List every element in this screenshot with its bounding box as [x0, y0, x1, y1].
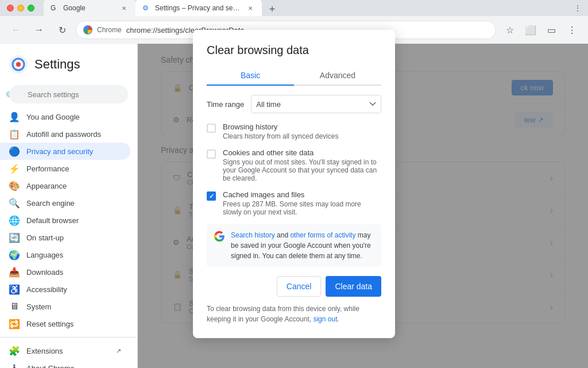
cookies-checkbox[interactable] [207, 150, 216, 159]
browsing-history-sub: Clears history from all synced devices [223, 132, 338, 140]
google-notice-text: Search history and other forms of activi… [231, 230, 374, 261]
modal-tab-advanced[interactable]: Advanced [294, 66, 381, 85]
google-account-notice: Search history and other forms of activi… [207, 224, 381, 267]
clear-data-button[interactable]: Clear data [326, 276, 381, 297]
modal-title: Clear browsing data [207, 44, 381, 57]
browsing-history-checkbox[interactable] [207, 124, 216, 133]
main-content: Safety check 🔒 Chr ck now ⚙ Rev iew ↗ Pr… [138, 44, 588, 368]
checkbox-cookies: Cookies and other site data Signs you ou… [207, 148, 381, 182]
sign-out-link[interactable]: sign out [313, 315, 337, 323]
cached-main: Cached images and files [223, 190, 381, 199]
other-activity-link[interactable]: other forms of activity [290, 231, 355, 239]
settings-body: Settings 👤 You and Google 📋 Autofill and… [0, 44, 588, 368]
checkbox-browsing-history: Browsing history Clears history from all… [207, 122, 381, 140]
footer-text-after: . [337, 315, 339, 323]
cached-checkbox[interactable] [207, 191, 216, 201]
search-history-link[interactable]: Search history [231, 231, 275, 239]
browser-frame: G Google ✕ ⚙ Settings – Privacy and secu… [0, 0, 588, 368]
cookies-label: Cookies and other site data Signs you ou… [223, 148, 381, 182]
modal-tab-bar: Basic Advanced [207, 66, 381, 86]
browsing-history-main: Browsing history [223, 122, 338, 131]
time-range-row: Time range Last hour Last 24 hours Last … [207, 95, 381, 113]
clear-browsing-data-modal: Clear browsing data Basic Advanced Time … [193, 44, 395, 338]
cached-sub: Frees up 287 MB. Some sites may load mor… [223, 200, 381, 216]
time-range-label: Time range [207, 100, 244, 109]
modal-backdrop: Clear browsing data Basic Advanced Time … [138, 44, 588, 368]
cookies-main: Cookies and other site data [223, 148, 381, 157]
browsing-history-label: Browsing history Clears history from all… [223, 122, 338, 140]
cookies-sub: Signs you out of most sites. You'll stay… [223, 158, 381, 182]
cancel-button[interactable]: Cancel [277, 276, 322, 297]
checkbox-cached: Cached images and files Frees up 287 MB.… [207, 190, 381, 216]
modal-tab-basic[interactable]: Basic [207, 66, 294, 85]
modal-actions: Cancel Clear data [207, 276, 381, 297]
google-notice-and: and [277, 231, 290, 239]
modal-footer: To clear browsing data from this device … [207, 304, 381, 324]
cached-label: Cached images and files Frees up 287 MB.… [223, 190, 381, 216]
time-range-select[interactable]: Last hour Last 24 hours Last 7 days Last… [251, 95, 381, 113]
google-g-icon [214, 231, 225, 242]
